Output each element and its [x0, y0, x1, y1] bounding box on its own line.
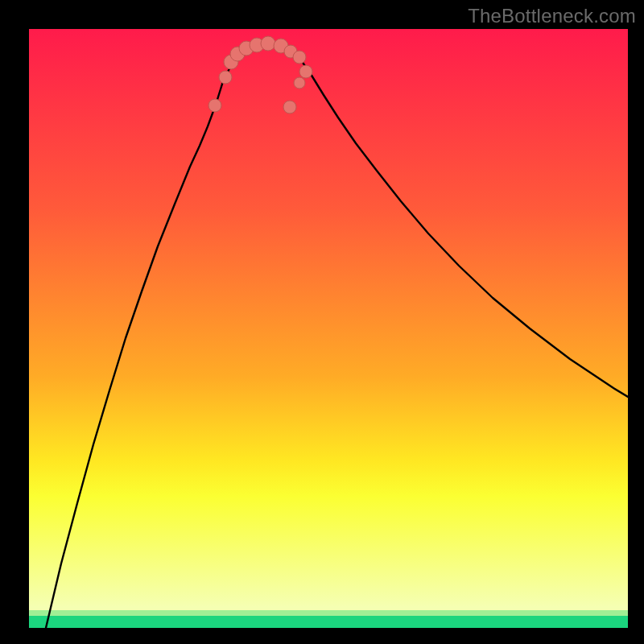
- data-marker: [219, 71, 232, 84]
- data-marker: [208, 99, 221, 112]
- chart-svg: [29, 29, 628, 628]
- data-markers: [208, 36, 312, 114]
- watermark-text: TheBottleneck.com: [468, 5, 636, 27]
- chart-frame: TheBottleneck.com: [0, 0, 644, 644]
- data-marker: [299, 65, 312, 78]
- bottleneck-curve: [46, 43, 628, 628]
- plot-area: [29, 29, 628, 628]
- data-marker: [293, 51, 306, 64]
- data-marker: [283, 101, 296, 114]
- data-marker: [294, 77, 305, 89]
- data-marker: [261, 36, 275, 51]
